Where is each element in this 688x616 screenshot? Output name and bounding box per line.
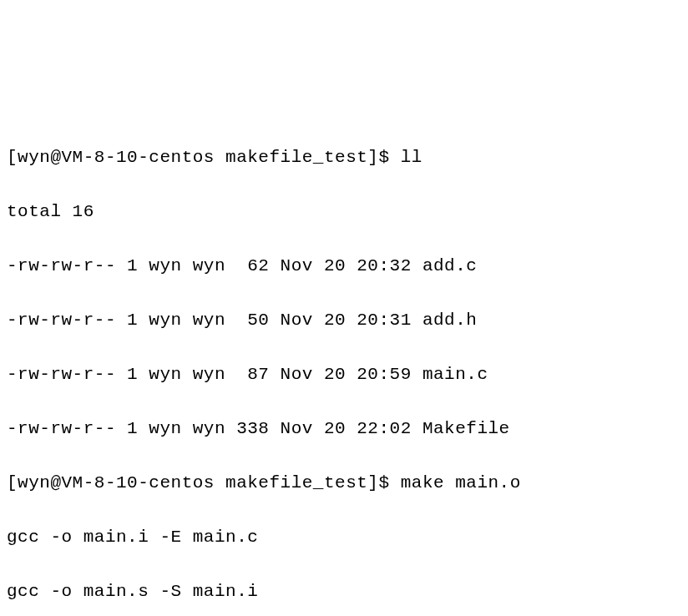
output-line: gcc -o main.i -E main.c [7, 524, 688, 552]
command-input: make main.o [401, 473, 521, 492]
terminal-window[interactable]: [wyn@VM-8-10-centos makefile_test]$ ll t… [7, 117, 688, 616]
command-input: ll [401, 148, 422, 167]
output-line: gcc -o main.s -S main.i [7, 578, 688, 606]
prompt-line: [wyn@VM-8-10-centos makefile_test]$ ll [7, 144, 688, 172]
shell-prompt: [wyn@VM-8-10-centos makefile_test]$ [7, 473, 401, 492]
output-line: -rw-rw-r-- 1 wyn wyn 87 Nov 20 20:59 mai… [7, 361, 688, 389]
output-line: -rw-rw-r-- 1 wyn wyn 62 Nov 20 20:32 add… [7, 253, 688, 280]
output-line: total 16 [7, 199, 688, 226]
prompt-line: [wyn@VM-8-10-centos makefile_test]$ make… [7, 470, 688, 497]
output-line: -rw-rw-r-- 1 wyn wyn 50 Nov 20 20:31 add… [7, 307, 688, 335]
output-line: -rw-rw-r-- 1 wyn wyn 338 Nov 20 22:02 Ma… [7, 416, 688, 443]
shell-prompt: [wyn@VM-8-10-centos makefile_test]$ [7, 148, 401, 167]
